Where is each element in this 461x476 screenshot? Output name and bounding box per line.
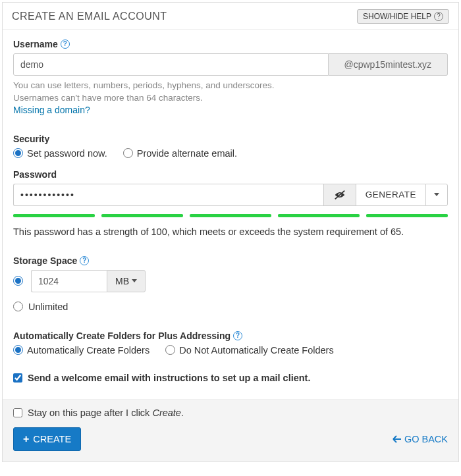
storage-radio-unlimited: Unlimited	[13, 302, 448, 312]
radio-set-password-now-label: Set password now.	[27, 148, 107, 159]
storage-unit-label: MB	[115, 276, 129, 286]
username-label-text: Username	[13, 39, 58, 49]
radio-provide-alternate-email-label: Provide alternate email.	[137, 148, 237, 159]
toggle-password-visibility-button[interactable]	[323, 184, 356, 206]
create-button-label: CREATE	[33, 434, 71, 444]
stay-em: Create	[152, 408, 181, 418]
create-button[interactable]: + CREATE	[13, 427, 81, 451]
radio-no-auto-create-folders-label: Do Not Automatically Create Folders	[179, 345, 334, 356]
storage-unit-dropdown[interactable]: MB	[107, 270, 146, 292]
show-hide-help-button[interactable]: SHOW/HIDE HELP ?	[357, 9, 449, 24]
radio-no-auto-create-folders[interactable]: Do Not Automatically Create Folders	[165, 345, 334, 356]
welcome-email-row: Send a welcome email with instructions t…	[13, 373, 448, 383]
radio-set-password-now-input[interactable]	[13, 148, 23, 158]
question-circle-icon[interactable]: ?	[233, 331, 242, 340]
stay-on-page-row: Stay on this page after I click Create.	[13, 408, 448, 418]
strength-segment	[101, 214, 183, 217]
stay-on-page-label: Stay on this page after I click Create.	[28, 408, 184, 418]
radio-auto-create-folders[interactable]: Automatically Create Folders	[13, 345, 149, 356]
password-input[interactable]	[13, 184, 323, 206]
plus-addressing-label: Automatically Create Folders for Plus Ad…	[13, 331, 448, 341]
username-input-group: @cpwp15mintest.xyz	[13, 53, 448, 76]
radio-set-password-now[interactable]: Set password now.	[13, 148, 107, 159]
plus-icon: +	[23, 434, 29, 444]
stay-post: .	[181, 408, 184, 418]
strength-segment	[366, 214, 448, 217]
radio-storage-unlimited[interactable]	[13, 302, 23, 311]
question-circle-icon[interactable]: ?	[61, 40, 70, 49]
checkbox-stay-on-page[interactable]	[13, 408, 22, 417]
username-hint-2: Usernames can't have more than 64 charac…	[13, 92, 448, 105]
create-email-panel: CREATE AN EMAIL ACCOUNT SHOW/HIDE HELP ?…	[2, 2, 459, 462]
panel-footer: Stay on this page after I click Create. …	[3, 399, 458, 462]
storage-input[interactable]	[31, 270, 107, 292]
footer-actions: + CREATE GO BACK	[13, 427, 448, 451]
password-strength-meter	[13, 214, 448, 217]
missing-domain-link[interactable]: Missing a domain?	[13, 105, 448, 115]
strength-segment	[13, 214, 95, 217]
panel-body: Username ? @cpwp15mintest.xyz You can us…	[3, 30, 458, 399]
help-button-label: SHOW/HIDE HELP	[363, 12, 431, 21]
question-circle-icon[interactable]: ?	[80, 256, 89, 265]
generate-password-dropdown[interactable]	[425, 184, 448, 206]
radio-storage-custom[interactable]	[13, 276, 23, 286]
radio-storage-unlimited-label: Unlimited	[28, 302, 68, 312]
welcome-email-label: Send a welcome email with instructions t…	[28, 373, 310, 383]
radio-auto-create-folders-input[interactable]	[13, 345, 23, 355]
panel-header: CREATE AN EMAIL ACCOUNT SHOW/HIDE HELP ?	[3, 3, 458, 30]
stay-pre: Stay on this page after I click	[28, 408, 152, 418]
chevron-down-icon	[434, 193, 439, 196]
password-label: Password	[13, 169, 448, 180]
storage-label: Storage Space ?	[13, 255, 448, 266]
plus-addressing-radio-group: Automatically Create Folders Do Not Auto…	[13, 345, 448, 356]
eye-slash-icon	[333, 190, 346, 200]
page-title: CREATE AN EMAIL ACCOUNT	[12, 11, 167, 22]
generate-password-button[interactable]: GENERATE	[356, 184, 425, 206]
strength-segment	[278, 214, 360, 217]
go-back-label: GO BACK	[404, 434, 448, 444]
security-label: Security	[13, 134, 448, 144]
chevron-down-icon	[132, 279, 137, 282]
go-back-link[interactable]: GO BACK	[393, 434, 448, 444]
username-hint-1: You can use letters, numbers, periods, h…	[13, 80, 448, 92]
strength-segment	[190, 214, 271, 217]
radio-provide-alternate-email[interactable]: Provide alternate email.	[123, 148, 237, 159]
arrow-left-icon	[393, 435, 402, 443]
checkbox-welcome-email[interactable]	[13, 373, 22, 383]
security-radio-group: Set password now. Provide alternate emai…	[13, 148, 448, 159]
radio-no-auto-create-folders-input[interactable]	[165, 345, 175, 355]
radio-provide-alternate-email-input[interactable]	[123, 148, 133, 158]
username-label: Username ?	[13, 39, 448, 49]
storage-radio-custom: MB	[13, 270, 448, 292]
username-input[interactable]	[13, 53, 329, 76]
question-circle-icon: ?	[434, 12, 443, 21]
domain-addon: @cpwp15mintest.xyz	[329, 53, 448, 76]
radio-auto-create-folders-label: Automatically Create Folders	[27, 345, 149, 356]
storage-label-text: Storage Space	[13, 255, 77, 266]
plus-addressing-label-text: Automatically Create Folders for Plus Ad…	[13, 331, 230, 341]
password-strength-text: This password has a strength of 100, whi…	[13, 226, 448, 237]
password-input-group: GENERATE	[13, 184, 448, 206]
